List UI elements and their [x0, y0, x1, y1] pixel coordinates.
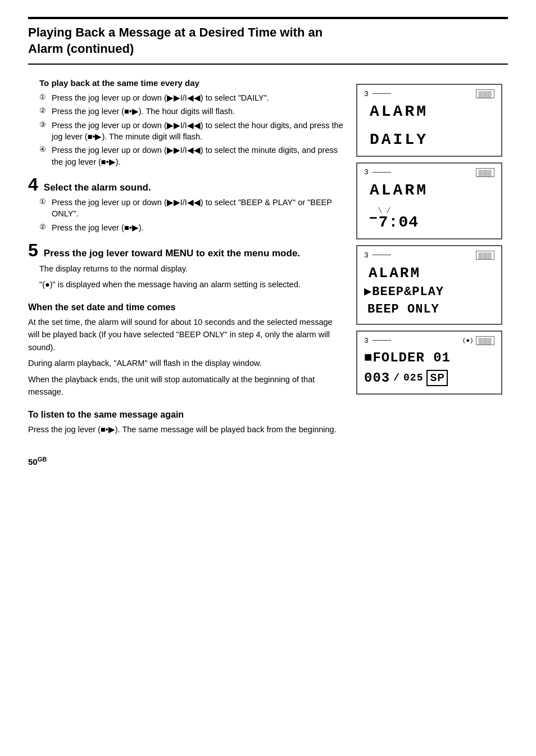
daily-step-2: ② Press the jog lever (■•▶). The hour di…: [39, 106, 345, 117]
section-when-body1: At the set time, the alarm will sound fo…: [28, 316, 345, 354]
lcd-display-1: 3 ───── ▒▒▒ ALARM DAILY: [356, 84, 502, 157]
lcd4-sp-badge: SP: [426, 370, 448, 386]
lcd3-beepplay: ▶BEEP&PLAY: [364, 284, 494, 301]
section-when-heading: When the set date and time comes: [28, 302, 345, 313]
lcd3-battery: ▒▒▒: [476, 251, 494, 260]
step4-heading: Select the alarm sound.: [44, 182, 151, 193]
lcd-display-3: 3 ───── ▒▒▒ ALARM ▶BEEP&PLAY BEEP ONLY: [356, 245, 502, 325]
lcd-display-4: 3 ───── (●) ▒▒▒ ■FOLDER 01 003 / 025 SP: [356, 331, 502, 394]
lcd4-folder: ■FOLDER 01: [364, 348, 494, 368]
lcd3-beeponly: BEEP ONLY: [364, 301, 494, 319]
daily-step-4: ④ Press the jog lever up or down (▶▶I/I◀…: [39, 144, 345, 168]
daily-step-1: ① Press the jog lever up or down (▶▶I/I◀…: [39, 92, 345, 103]
lcd2-time: – ╲ ╱ 7:04: [364, 208, 494, 233]
page-footer: 50GB: [28, 456, 508, 467]
lcd2-top-left: 3: [364, 168, 369, 176]
page-header: Playing Back a Message at a Desired Time…: [28, 17, 508, 65]
step4-sub1: ① Press the jog lever up or down (▶▶I/I◀…: [39, 197, 345, 220]
lcd1-battery: ▒▒▒: [476, 89, 494, 98]
lcd2-alarm: ALARM: [364, 180, 494, 201]
section-when-body2: During alarm playback, "ALARM" will flas…: [28, 357, 345, 369]
page-title: Playing Back a Message at a Desired Time…: [28, 25, 508, 57]
lcd4-wireless-icon: (●): [462, 337, 474, 344]
step5-heading: Press the jog lever toward MENU to exit …: [44, 248, 300, 259]
lcd1-top-left: 3: [364, 90, 369, 98]
daily-step-3: ③ Press the jog lever up or down (▶▶I/I◀…: [39, 120, 345, 143]
section-listen-body: Press the jog lever (■•▶). The same mess…: [28, 423, 345, 436]
lcd2-spacer: [364, 201, 494, 208]
lcd4-battery: ▒▒▒: [476, 336, 494, 345]
step5-body1: The display returns to the normal displa…: [39, 262, 345, 275]
lcd3-alarm: ALARM: [364, 263, 494, 283]
lcd1-spacer: [364, 123, 494, 130]
step5-body2: "(●)" is displayed when the message havi…: [39, 278, 345, 291]
step4-sub2: ② Press the jog lever (■•▶).: [39, 222, 345, 233]
lcd4-top-left: 3: [364, 337, 369, 345]
lcd4-track: 003 / 025 SP: [364, 369, 494, 388]
section-when-body3: When the playback ends, the unit will st…: [28, 373, 345, 399]
step5-number: 5: [28, 241, 38, 259]
lcd-display-2: 3 ───── ▒▒▒ ALARM – ╲ ╱ 7:04: [356, 162, 502, 239]
section-listen-heading: To listen to the same message again: [28, 410, 345, 420]
lcd3-top-left: 3: [364, 251, 369, 260]
lcd2-battery: ▒▒▒: [476, 168, 494, 177]
section-daily-heading: To play back at the same time every day: [39, 78, 345, 88]
step4-number: 4: [28, 175, 38, 193]
lcd1-daily: DAILY: [364, 130, 494, 150]
lcd1-alarm: ALARM: [364, 102, 494, 122]
lcd-displays-column: 3 ───── ▒▒▒ ALARM DAILY 3 ───── ▒▒▒: [356, 84, 508, 394]
